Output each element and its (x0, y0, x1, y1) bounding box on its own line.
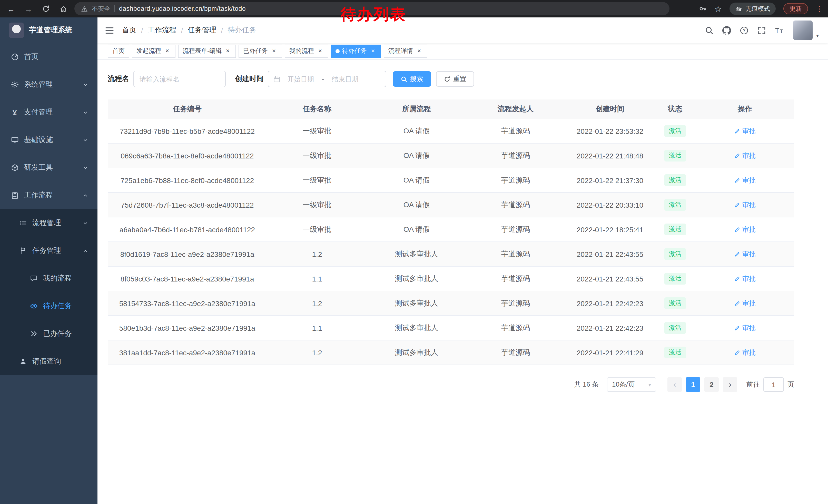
goto-label: 前往 (746, 380, 760, 389)
tab-close-icon[interactable]: × (164, 47, 171, 55)
back-icon[interactable]: ← (7, 4, 15, 13)
tab-done-tasks[interactable]: 已办任务× (239, 44, 282, 58)
refresh-icon[interactable] (42, 5, 50, 12)
status-badge: 激活 (664, 199, 686, 211)
end-date-input[interactable] (326, 75, 364, 83)
sidebar-item-workflow[interactable]: 工作流程 (0, 182, 97, 209)
sidebar-item-system[interactable]: 系统管理 (0, 71, 97, 98)
tab-close-icon[interactable]: × (317, 47, 324, 55)
approve-link[interactable]: 审批 (696, 323, 794, 332)
tab-home[interactable]: 首页 (108, 44, 129, 58)
date-range-picker[interactable]: - (268, 71, 386, 87)
approve-link[interactable]: 审批 (696, 126, 794, 136)
table-row: 069c6a63-7b8a-11ec-8ef0-acde48001122 一级审… (108, 144, 794, 168)
font-size-icon[interactable]: TT (775, 26, 784, 35)
cell-starter: 芋道源码 (466, 176, 565, 185)
tab-close-icon[interactable]: × (369, 47, 377, 55)
url-text: dashboard.yudao.iocoder.cn/bpm/task/todo (119, 5, 246, 12)
approve-link[interactable]: 审批 (696, 176, 794, 185)
list-icon (18, 219, 27, 227)
active-dot-icon (335, 49, 340, 53)
breadcrumb-workflow[interactable]: 工作流程 (148, 26, 176, 35)
forward-icon[interactable]: → (25, 4, 32, 13)
search-button[interactable]: 搜索 (393, 71, 431, 87)
reset-button[interactable]: 重置 (436, 71, 474, 87)
breadcrumb-task-mgmt[interactable]: 任务管理 (188, 26, 216, 35)
search-icon[interactable] (705, 26, 714, 35)
sidebar-item-leave-query[interactable]: 请假查询 (0, 348, 97, 375)
cell-starter: 芋道源码 (466, 225, 565, 234)
browser-update-button[interactable]: 更新 (783, 3, 808, 14)
next-page-button[interactable]: › (723, 377, 737, 392)
omnibox-divider (114, 5, 115, 12)
sidebar-toggle-icon[interactable] (105, 26, 114, 35)
approve-link[interactable]: 审批 (696, 348, 794, 357)
sidebar-item-process-mgmt[interactable]: 流程管理 (0, 209, 97, 237)
col-status: 状态 (655, 104, 696, 114)
tab-process-detail[interactable]: 流程详情× (384, 44, 427, 58)
cell-starter: 芋道源码 (466, 323, 565, 332)
approve-link[interactable]: 审批 (696, 151, 794, 160)
key-icon[interactable] (699, 5, 707, 13)
home-icon[interactable] (59, 5, 67, 12)
breadcrumb-home[interactable]: 首页 (122, 26, 136, 35)
sidebar-item-devtools[interactable]: 研发工具 (0, 154, 97, 182)
sidebar: 芋道管理系统 首页 系统管理 ¥ 支付管理 (0, 17, 97, 504)
goto-page-input[interactable] (763, 377, 784, 392)
sidebar-item-task-mgmt[interactable]: 任务管理 (0, 237, 97, 265)
tab-my-process[interactable]: 我的流程× (285, 44, 328, 58)
approve-link[interactable]: 审批 (696, 299, 794, 308)
help-icon[interactable]: ? (740, 26, 748, 35)
sidebar-item-done-tasks[interactable]: 已办任务 (0, 320, 97, 348)
avatar-caret-icon[interactable]: ▾ (816, 33, 819, 39)
approve-link[interactable]: 审批 (696, 225, 794, 234)
approve-link[interactable]: 审批 (696, 249, 794, 259)
gear-icon (10, 81, 19, 89)
process-name-input[interactable] (133, 71, 226, 87)
create-time-label: 创建时间 (235, 74, 264, 84)
browser-menu-icon[interactable]: ⋮ (816, 5, 823, 13)
sidebar-item-todo-tasks[interactable]: 待办任务 (0, 292, 97, 320)
cell-task-id: 725a1eb6-7b88-11ec-8ef0-acde48001122 (108, 176, 267, 184)
tab-close-icon[interactable]: × (416, 47, 423, 55)
app-logo[interactable]: 芋道管理系统 (0, 17, 97, 43)
tab-close-icon[interactable]: × (271, 47, 278, 55)
page-button-1[interactable]: 1 (686, 377, 700, 392)
page-size-select[interactable]: 10条/页 ▾ (607, 377, 656, 392)
github-icon[interactable] (722, 26, 731, 35)
logo-image (9, 22, 24, 38)
start-date-input[interactable] (282, 75, 320, 83)
tab-start-process[interactable]: 发起流程× (132, 44, 175, 58)
user-avatar[interactable] (793, 20, 813, 40)
sidebar-item-label: 待办任务 (43, 302, 72, 311)
approve-link[interactable]: 审批 (696, 274, 794, 283)
cell-process: 测试多审批人 (367, 299, 466, 308)
tab-close-icon[interactable]: × (224, 47, 232, 55)
bookmark-star-icon[interactable]: ☆ (714, 4, 722, 13)
table-header: 任务编号 任务名称 所属流程 流程发起人 创建时间 状态 操作 (108, 99, 794, 119)
tab-todo-tasks[interactable]: 待办任务× (331, 44, 381, 58)
sidebar-item-label: 已办任务 (43, 329, 72, 338)
tab-label: 首页 (112, 47, 125, 55)
tab-form-edit[interactable]: 流程表单-编辑× (178, 44, 236, 58)
cell-create-time: 2022-01-21 22:43:55 (565, 275, 655, 283)
sidebar-item-my-process[interactable]: 我的流程 (0, 265, 97, 292)
approve-label: 审批 (742, 126, 756, 136)
sidebar-item-home[interactable]: 首页 (0, 43, 97, 71)
cell-task-id: 8f059c03-7ac8-11ec-a9e2-a2380e71991a (108, 275, 267, 283)
cell-create-time: 2022-01-21 22:42:23 (565, 324, 655, 332)
site-warning-icon[interactable] (81, 5, 88, 12)
sidebar-item-payment[interactable]: ¥ 支付管理 (0, 98, 97, 126)
status-badge: 激活 (664, 322, 686, 334)
page-button-2[interactable]: 2 (704, 377, 719, 392)
process-name-label: 流程名 (108, 74, 129, 84)
approve-link[interactable]: 审批 (696, 200, 794, 210)
sidebar-item-label: 基础设施 (24, 135, 53, 145)
prev-page-button[interactable]: ‹ (667, 377, 682, 392)
cell-create-time: 2022-01-22 23:53:32 (565, 127, 655, 135)
sidebar-item-infra[interactable]: 基础设施 (0, 126, 97, 154)
cell-process: 测试多审批人 (367, 323, 466, 332)
fullscreen-icon[interactable] (757, 26, 766, 35)
status-badge: 激活 (664, 248, 686, 260)
table-row: 73211d9d-7b9b-11ec-b5b7-acde48001122 一级审… (108, 119, 794, 144)
